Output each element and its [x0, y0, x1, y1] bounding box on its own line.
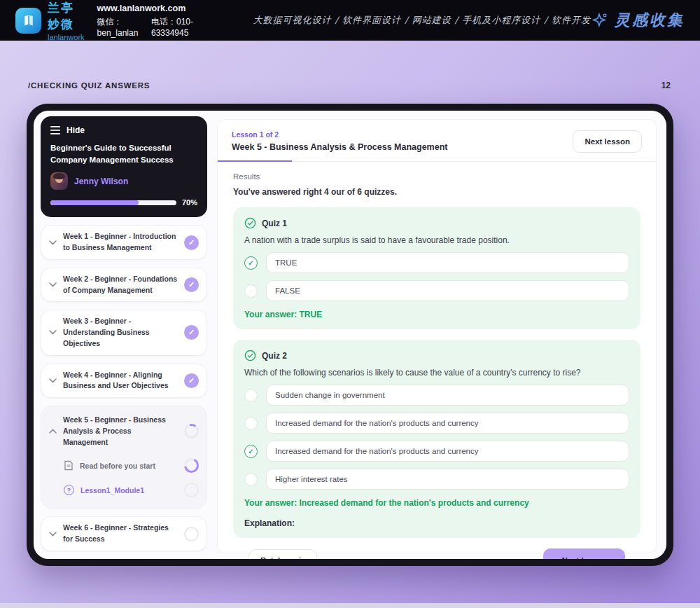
quiz-question: A nation with a trade surplus is said to…	[244, 235, 629, 245]
quiz-option[interactable]: Increased demand for the nation's produc…	[244, 413, 629, 434]
your-answer-text: Your answer: TRUE	[244, 310, 629, 319]
quiz-question: Which of the following scenarios is like…	[244, 368, 629, 378]
user-name: Jenny Wilson	[74, 177, 128, 186]
chevron-down-icon	[49, 378, 57, 383]
explanation-label: Explanation:	[244, 518, 629, 528]
check-circle-icon	[244, 217, 256, 229]
week-status-icon	[184, 373, 199, 388]
option-radio-icon	[244, 389, 258, 402]
option-label: Increased demand for the nation's produc…	[266, 413, 629, 434]
website-url: www.lanlanwork.com	[97, 4, 203, 13]
hide-label: Hide	[66, 125, 85, 135]
sidebar-subitem-read-before[interactable]: Read before you start	[49, 453, 199, 478]
hamburger-menu-icon	[50, 126, 60, 134]
document-icon	[64, 460, 74, 471]
quiz-title: Quiz 1	[262, 219, 287, 228]
hide-button[interactable]: Hide	[50, 125, 197, 135]
quiz-option[interactable]: FALSE	[244, 280, 629, 301]
week-label: Week 6 - Beginner - Strategies for Succe…	[63, 523, 178, 545]
logo-text-block: 兰亭妙微 lanlanwork	[48, 0, 85, 41]
sidebar-item-week-5-expanded: Week 5 - Beginner - Business Analysis & …	[41, 406, 207, 509]
wechat-contact: 微信：ben_lanlan	[97, 16, 140, 38]
retake-quiz-button[interactable]: Retake quiz	[248, 549, 317, 559]
phone-contact: 电话：010-63334945	[151, 16, 202, 38]
option-label: Higher interest rates	[266, 469, 629, 490]
lesson-footer: Retake quiz Next lesson	[233, 538, 640, 559]
chevron-down-icon	[49, 532, 57, 537]
subitem-status-icon	[184, 483, 199, 497]
quiz-card-2: Quiz 2 Which of the following scenarios …	[233, 340, 640, 538]
option-correct-icon	[244, 256, 258, 270]
option-radio-icon	[244, 417, 258, 430]
quiz-option[interactable]: Increased demand for the nation's produc…	[244, 441, 629, 462]
collect-label: 灵感收集	[615, 10, 685, 31]
week-label: Week 2 - Beginner - Foundations of Compa…	[63, 274, 178, 296]
next-lesson-top-button[interactable]: Next lesson	[573, 130, 642, 153]
logo-name-en: lanlanwork	[48, 33, 85, 41]
week-status-icon	[184, 235, 199, 250]
chevron-down-icon	[49, 330, 57, 335]
sidebar-item-week-1[interactable]: Week 1 - Beginner - Introduction to Busi…	[41, 225, 207, 260]
course-sidebar: Hide Beginner's Guide to Successful Comp…	[41, 116, 207, 559]
option-label: Increased demand for the nation's produc…	[266, 441, 629, 462]
app-window: Hide Beginner's Guide to Successful Comp…	[34, 111, 666, 559]
check-circle-icon	[244, 350, 256, 361]
week-status-icon	[184, 277, 199, 292]
quiz-option[interactable]: TRUE	[244, 252, 629, 273]
option-radio-icon	[244, 473, 258, 486]
lesson-week-title: Week 5 - Business Analysis & Process Man…	[232, 142, 447, 152]
quiz-option[interactable]: Higher interest rates	[244, 469, 629, 490]
next-lesson-bottom-button[interactable]: Next lesson	[543, 548, 625, 559]
company-logo	[15, 8, 41, 34]
chevron-up-icon	[49, 429, 57, 434]
results-label: Results	[233, 172, 640, 181]
user-row: Jenny Wilson	[50, 172, 197, 190]
chevron-down-icon	[49, 282, 57, 287]
collect-brand: 灵感收集	[591, 10, 685, 31]
subitem-progress-ring	[184, 458, 199, 473]
week-progress-ring	[184, 424, 199, 438]
avatar	[50, 172, 68, 190]
option-label: Sudden change in government	[266, 385, 629, 406]
question-icon: ?	[64, 485, 74, 495]
top-header-bar: 兰亭妙微 lanlanwork www.lanlanwork.com 微信：be…	[0, 0, 700, 41]
results-content: Results You've answered right 4 our of 6…	[218, 162, 656, 559]
option-label: FALSE	[266, 280, 629, 301]
week-label: Week 5 - Beginner - Business Analysis & …	[63, 415, 178, 448]
sidebar-header: Hide Beginner's Guide to Successful Comp…	[41, 116, 207, 217]
sidebar-item-week-5[interactable]: Week 5 - Beginner - Business Analysis & …	[49, 412, 199, 453]
subitem-label: Lesson1_Module1	[80, 486, 178, 495]
option-correct-icon	[244, 445, 258, 458]
sidebar-item-week-4[interactable]: Week 4 - Beginner - Aligning Business an…	[41, 364, 207, 399]
contact-block: www.lanlanwork.com 微信：ben_lanlan 电话：010-…	[97, 4, 203, 38]
bottom-edge-strip	[0, 603, 700, 608]
week-status-icon	[184, 325, 199, 340]
logo-name-cn: 兰亭妙微	[48, 0, 85, 32]
week-status-icon	[184, 527, 199, 541]
tab-indicator-divider	[218, 161, 656, 162]
your-answer-text: Your answer: Increased demand for the na…	[244, 498, 629, 508]
progress-track	[50, 200, 176, 205]
sidebar-item-week-6[interactable]: Week 6 - Beginner - Strategies for Succe…	[41, 516, 207, 551]
sidebar-subitem-lesson1-module1[interactable]: ? Lesson1_Module1	[49, 478, 199, 502]
services-list: 大数据可视化设计 / 软件界面设计 / 网站建设 / 手机及小程序设计 / 软件…	[253, 14, 591, 27]
results-summary: You've answered right 4 our of 6 quizzes…	[233, 187, 640, 197]
chevron-down-icon	[49, 240, 57, 245]
book-icon	[22, 13, 36, 27]
page-number: 12	[662, 81, 671, 90]
week-list: Week 1 - Beginner - Introduction to Busi…	[41, 225, 207, 559]
sidebar-item-week-2[interactable]: Week 2 - Beginner - Foundations of Compa…	[41, 268, 207, 303]
progress-percent: 70%	[182, 198, 197, 207]
subitem-label: Read before you start	[80, 462, 178, 470]
week-label: Week 3 - Beginner - Understanding Busine…	[63, 316, 178, 349]
quiz-option[interactable]: Sudden change in government	[244, 385, 629, 406]
week-label: Week 4 - Beginner - Aligning Business an…	[63, 370, 178, 392]
page-title: /CHECKING QUIZ ANSWERS	[28, 81, 150, 90]
sidebar-item-week-3[interactable]: Week 3 - Beginner - Understanding Busine…	[41, 310, 207, 355]
lesson-counter: Lesson 1 of 2	[232, 130, 447, 139]
course-title: Beginner's Guide to Successful Company M…	[50, 142, 197, 165]
option-radio-icon	[244, 284, 258, 298]
lesson-header: Lesson 1 of 2 Week 5 - Business Analysis…	[218, 120, 656, 153]
sparkle-star-icon	[591, 11, 609, 29]
progress-fill	[50, 200, 139, 205]
